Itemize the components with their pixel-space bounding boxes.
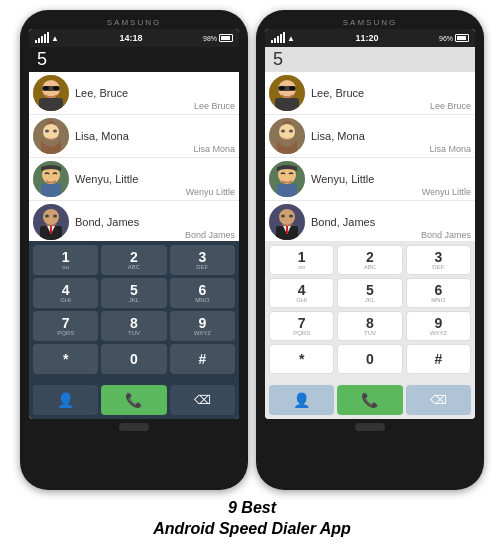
status-bar: ▲11:2096% <box>265 29 475 47</box>
contact-item[interactable]: Bond, JamesBond James <box>265 201 475 241</box>
svg-point-27 <box>281 130 285 133</box>
dial-key[interactable]: 9WXYZ <box>170 311 235 341</box>
contact-name: Wenyu, Little <box>311 173 374 185</box>
call-button[interactable]: 📞 <box>337 385 402 415</box>
signal-icon <box>271 33 285 43</box>
dial-key[interactable]: 4GHI <box>33 278 98 308</box>
dial-key[interactable]: 4GHI <box>269 278 334 308</box>
battery-icon <box>219 34 233 42</box>
dial-key[interactable]: 2ABC <box>337 245 402 275</box>
contact-item[interactable]: Wenyu, LittleWenyu Little <box>265 158 475 201</box>
phones-container: SAMSUNG▲14:1898%5 Lee, BruceLee Bruce Li… <box>12 0 492 490</box>
call-icon: 📞 <box>125 392 142 408</box>
dial-key[interactable]: 8TUV <box>337 311 402 341</box>
dial-row: *0# <box>269 344 471 374</box>
svg-point-3 <box>43 86 49 90</box>
caption-line1: 9 Best <box>228 499 276 516</box>
dial-key[interactable]: * <box>269 344 334 374</box>
dial-letters: MNO <box>431 297 445 303</box>
contact-item[interactable]: Lisa, MonaLisa Mona <box>29 115 239 158</box>
dial-digit: 1 <box>298 250 306 264</box>
dial-key[interactable]: 9WXYZ <box>406 311 471 341</box>
home-button[interactable] <box>119 423 149 431</box>
delete-button[interactable]: ⌫ <box>406 385 471 415</box>
bottom-bar: 👤📞⌫ <box>265 381 475 419</box>
contact-avatar <box>269 75 305 111</box>
contact-item[interactable]: Lee, BruceLee Bruce <box>29 72 239 115</box>
svg-rect-37 <box>286 226 288 234</box>
contact-item[interactable]: Lisa, MonaLisa Mona <box>265 115 475 158</box>
phone-screen: ▲11:2096%5 Lee, BruceLee Bruce Lisa, Mon… <box>265 29 475 419</box>
dial-digit: # <box>198 352 206 366</box>
dial-key[interactable]: # <box>406 344 471 374</box>
dial-letters: TUV <box>364 330 376 336</box>
svg-rect-31 <box>277 184 297 197</box>
contacts-list: Lee, BruceLee Bruce Lisa, MonaLisa Mona … <box>265 72 475 241</box>
dial-key[interactable]: 0 <box>337 344 402 374</box>
wifi-icon: ▲ <box>287 34 295 43</box>
dial-key[interactable]: 5JKL <box>101 278 166 308</box>
call-icon: 📞 <box>361 392 378 408</box>
dial-row: *0# <box>33 344 235 374</box>
contact-item[interactable]: Lee, BruceLee Bruce <box>265 72 475 115</box>
svg-point-26 <box>279 124 295 140</box>
dial-digit: 7 <box>298 316 306 330</box>
dial-letters: ABC <box>128 264 140 270</box>
dial-key[interactable]: 1oo <box>269 245 334 275</box>
dial-row: 4GHI5JKL6MNO <box>269 278 471 308</box>
dial-row: 7PQRS8TUV9WXYZ <box>269 311 471 341</box>
dial-key[interactable]: 0 <box>101 344 166 374</box>
dial-digit: * <box>299 352 304 366</box>
dial-key[interactable]: 6MNO <box>406 278 471 308</box>
dial-key[interactable]: * <box>33 344 98 374</box>
dial-key[interactable]: 1oo <box>33 245 98 275</box>
delete-icon: ⌫ <box>194 393 211 407</box>
dial-key[interactable]: 6MNO <box>170 278 235 308</box>
battery-icon <box>455 34 469 42</box>
dial-key[interactable]: 5JKL <box>337 278 402 308</box>
dial-key[interactable]: 3DEF <box>170 245 235 275</box>
contact-subtitle: Wenyu Little <box>186 187 235 197</box>
contacts-list: Lee, BruceLee Bruce Lisa, MonaLisa Mona … <box>29 72 239 241</box>
dial-letters: WXYZ <box>194 330 211 336</box>
dial-digit: 3 <box>198 250 206 264</box>
dial-digit: 4 <box>298 283 306 297</box>
dial-key[interactable]: # <box>170 344 235 374</box>
dial-key[interactable]: 3DEF <box>406 245 471 275</box>
dial-letters: oo <box>62 264 69 270</box>
battery-percent: 98% <box>203 35 217 42</box>
dial-letters: PQRS <box>293 330 310 336</box>
dial-digit: 5 <box>130 283 138 297</box>
call-button[interactable]: 📞 <box>101 385 166 415</box>
svg-point-9 <box>53 130 57 133</box>
dial-key[interactable]: 7PQRS <box>269 311 334 341</box>
dial-letters: WXYZ <box>430 330 447 336</box>
dial-row: 1oo2ABC3DEF <box>269 245 471 275</box>
delete-button[interactable]: ⌫ <box>170 385 235 415</box>
dial-digit: 4 <box>62 283 70 297</box>
contacts-button[interactable]: 👤 <box>33 385 98 415</box>
home-button[interactable] <box>355 423 385 431</box>
contact-name: Lee, Bruce <box>75 87 128 99</box>
dial-digit: 9 <box>198 316 206 330</box>
status-time: 14:18 <box>119 33 142 43</box>
number-display: 5 <box>29 47 239 72</box>
dial-key[interactable]: 2ABC <box>101 245 166 275</box>
dial-digit: 6 <box>198 283 206 297</box>
dial-key[interactable]: 8TUV <box>101 311 166 341</box>
contact-subtitle: Bond James <box>421 230 471 240</box>
delete-icon: ⌫ <box>430 393 447 407</box>
dial-letters: JKL <box>129 297 139 303</box>
dialpad: 1oo2ABC3DEF4GHI5JKL6MNO7PQRS8TUV9WXYZ*0# <box>29 241 239 381</box>
contact-item[interactable]: Bond, JamesBond James <box>29 201 239 241</box>
phone-1: SAMSUNG▲14:1898%5 Lee, BruceLee Bruce Li… <box>20 10 248 490</box>
contacts-button[interactable]: 👤 <box>269 385 334 415</box>
contact-item[interactable]: Wenyu, LittleWenyu Little <box>29 158 239 201</box>
contact-subtitle: Lisa Mona <box>193 144 235 154</box>
dial-key[interactable]: 7PQRS <box>33 311 98 341</box>
dial-letters: DEF <box>196 264 208 270</box>
contact-avatar <box>269 204 305 240</box>
dial-letters: PQRS <box>57 330 74 336</box>
status-left-icons: ▲ <box>271 33 295 43</box>
dial-digit: 0 <box>130 352 138 366</box>
